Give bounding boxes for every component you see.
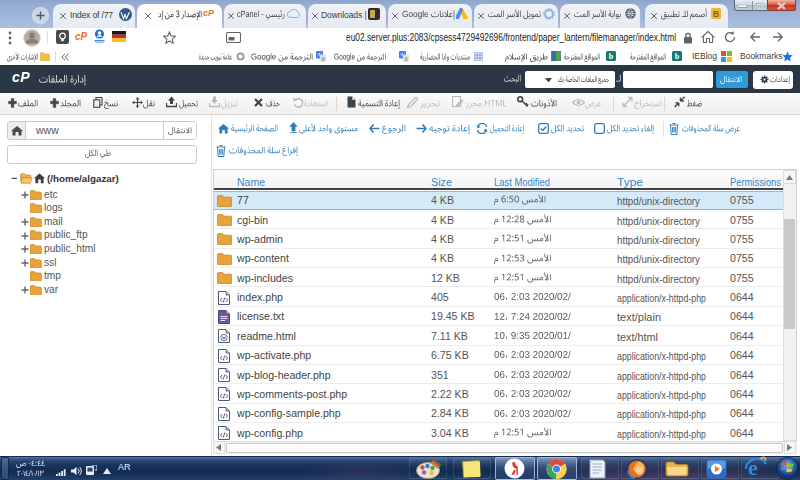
svg-text:application/x-httpd-php: application/x-httpd-php <box>617 409 706 420</box>
svg-text:Last Modified: Last Modified <box>494 175 550 187</box>
svg-text:Permissions: Permissions <box>730 175 781 187</box>
svg-text:httpd/unix-directory: httpd/unix-directory <box>617 273 701 284</box>
svg-text:g: g <box>321 55 324 61</box>
svg-text:B: B <box>713 9 719 19</box>
svg-text:application/x-httpd-php: application/x-httpd-php <box>617 390 706 401</box>
svg-text:httpd/unix-directory: httpd/unix-directory <box>617 254 701 265</box>
svg-text:httpd/unix-directory: httpd/unix-directory <box>617 196 701 207</box>
svg-text:application/x-httpd-php: application/x-httpd-php <box>617 293 706 304</box>
svg-text:b: b <box>675 52 680 61</box>
svg-text:application/x-httpd-php: application/x-httpd-php <box>617 370 706 381</box>
svg-text:eu02.server.plus:2083/cpsess47: eu02.server.plus:2083/cpsess4729492696/f… <box>346 32 676 43</box>
svg-text:Size: Size <box>431 175 452 187</box>
svg-text:Type: Type <box>617 175 643 187</box>
svg-text:text/plain: text/plain <box>617 312 661 323</box>
svg-text:text/html: text/html <box>617 332 658 343</box>
svg-text:Name: Name <box>237 175 265 187</box>
svg-text:application/x-httpd-php: application/x-httpd-php <box>617 429 706 440</box>
svg-text:g: g <box>404 55 407 61</box>
svg-text:httpd/unix-directory: httpd/unix-directory <box>617 215 701 226</box>
svg-text:httpd/unix-directory: httpd/unix-directory <box>617 235 701 246</box>
svg-text:b: b <box>609 52 614 61</box>
svg-text:application/x-httpd-php: application/x-httpd-php <box>617 351 706 362</box>
